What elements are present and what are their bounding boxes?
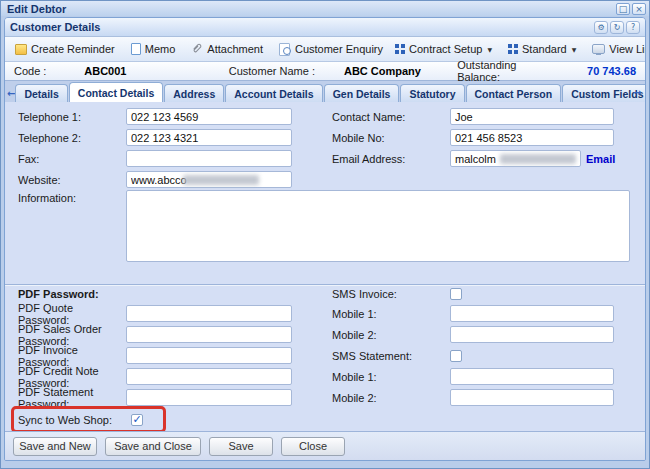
pdf-credit-note-password-field[interactable] [126, 368, 292, 385]
sms-statement-mobile1-field[interactable] [450, 368, 614, 385]
redaction-blur [500, 154, 576, 164]
sms-invoice-mobile2-label: Mobile 2: [292, 329, 450, 341]
sms-statement-mobile1-label: Mobile 1: [292, 371, 450, 383]
sync-to-web-shop-row: Sync to Web Shop: [5, 408, 645, 431]
attachment-button[interactable]: Attachment [185, 39, 269, 60]
view-linked-sn-button[interactable]: View Linked S/N [586, 40, 646, 58]
code-value: ABC001 [84, 65, 228, 77]
tab-contact-details[interactable]: Contact Details [69, 82, 163, 102]
close-form-button[interactable]: Close [281, 437, 345, 456]
tab-account-details[interactable]: Account Details [225, 84, 322, 102]
website-label: Website: [5, 174, 126, 186]
sync-to-web-shop-checkbox[interactable] [131, 414, 143, 426]
contact-name-field[interactable] [450, 108, 614, 125]
paperclip-icon [191, 42, 203, 57]
telephone1-label: Telephone 1: [5, 111, 126, 123]
mobile-no-field[interactable] [450, 129, 614, 146]
customer-details-panel: Customer Details ⚙ ↻ ? Create Reminder M… [4, 17, 646, 461]
window-titlebar: Edit Debtor □ × [1, 1, 649, 16]
tab-statutory[interactable]: Statutory [400, 84, 464, 102]
information-label: Information: [5, 190, 126, 204]
save-button[interactable]: Save [209, 437, 273, 456]
document-magnifier-icon [279, 43, 291, 55]
help-icon[interactable]: ? [626, 21, 640, 34]
contact-name-label: Contact Name: [292, 111, 450, 123]
contact-details-form: Telephone 1: Contact Name: Telephone 2: … [5, 102, 645, 431]
customer-name-label: Customer Name : [229, 65, 344, 77]
outstanding-balance-label: Outstanding Balance: [457, 59, 560, 83]
panel-header: Customer Details ⚙ ↻ ? [5, 18, 645, 37]
tab-scroll-left-icon[interactable]: ← [7, 84, 15, 102]
sms-invoice-mobile2-field[interactable] [450, 326, 614, 343]
sms-invoice-mobile1-field[interactable] [450, 305, 614, 322]
information-field[interactable] [126, 190, 630, 262]
sms-statement-mobile2-field[interactable] [450, 389, 614, 406]
telephone1-field[interactable] [126, 108, 292, 125]
save-and-new-button[interactable]: Save and New [13, 437, 97, 456]
pdf-password-heading: PDF Password: [5, 288, 126, 300]
email-address-label: Email Address: [292, 153, 450, 165]
chevron-down-icon: ▼ [572, 46, 577, 53]
maximize-icon[interactable]: □ [616, 3, 630, 15]
email-link[interactable]: Email [586, 153, 615, 165]
sticky-note-icon [15, 44, 27, 55]
fax-label: Fax: [5, 153, 126, 165]
sms-invoice-mobile1-label: Mobile 1: [292, 308, 450, 320]
tab-bar: ← Details Contact Details Address Accoun… [5, 81, 645, 102]
standard-button[interactable]: Standard ▼ [502, 40, 582, 58]
sms-invoice-label: SMS Invoice: [292, 288, 450, 300]
create-reminder-button[interactable]: Create Reminder [9, 40, 121, 58]
sms-invoice-checkbox[interactable] [450, 288, 462, 300]
customer-enquiry-button[interactable]: Customer Enquiry [273, 40, 389, 58]
sms-statement-mobile2-label: Mobile 2: [292, 392, 450, 404]
blue-grid-icon [395, 44, 405, 54]
tab-details[interactable]: Details [15, 84, 67, 102]
sms-statement-checkbox[interactable] [450, 350, 462, 362]
chevron-down-icon: ▼ [487, 46, 492, 53]
mobile-no-label: Mobile No: [292, 132, 450, 144]
pdf-sales-order-password-field[interactable] [126, 326, 292, 343]
pdf-quote-password-field[interactable] [126, 305, 292, 322]
contract-setup-button[interactable]: Contract Setup ▼ [389, 40, 498, 58]
code-label: Code : [14, 65, 84, 77]
panel-title: Customer Details [10, 21, 100, 33]
refresh-icon[interactable]: ↻ [610, 21, 624, 34]
memo-button[interactable]: Memo [125, 40, 182, 58]
telephone2-label: Telephone 2: [5, 132, 126, 144]
sync-to-web-shop-label: Sync to Web Shop: [5, 414, 126, 426]
close-window-icon[interactable]: × [632, 3, 646, 15]
customer-name-value: ABC Company [344, 65, 457, 77]
edit-debtor-window: Edit Debtor □ × Customer Details ⚙ ↻ ? C… [0, 0, 650, 469]
pdf-invoice-password-field[interactable] [126, 347, 292, 364]
document-icon [131, 43, 141, 55]
pdf-statement-password-field[interactable] [126, 389, 292, 406]
monitor-icon [592, 44, 605, 54]
fax-field[interactable] [126, 150, 292, 167]
outstanding-balance-value: 70 743.68 [560, 65, 636, 77]
footer-button-bar: Save and New Save and Close Save Close [5, 431, 645, 460]
telephone2-field[interactable] [126, 129, 292, 146]
window-title: Edit Debtor [7, 3, 66, 15]
tab-contact-person[interactable]: Contact Person [466, 84, 562, 102]
tab-gen-details[interactable]: Gen Details [324, 84, 400, 102]
redaction-blur [183, 175, 259, 185]
pdf-statement-password-label: PDF Statement Password: [5, 386, 126, 410]
blue-grid-icon [508, 44, 518, 54]
tab-scroll-right-icon[interactable]: → [631, 83, 644, 101]
sms-statement-label: SMS Statement: [292, 350, 450, 362]
gear-icon[interactable]: ⚙ [594, 21, 608, 34]
save-and-close-button[interactable]: Save and Close [105, 437, 201, 456]
tab-address[interactable]: Address [164, 84, 224, 102]
summary-row: Code : ABC001 Customer Name : ABC Compan… [5, 62, 645, 81]
